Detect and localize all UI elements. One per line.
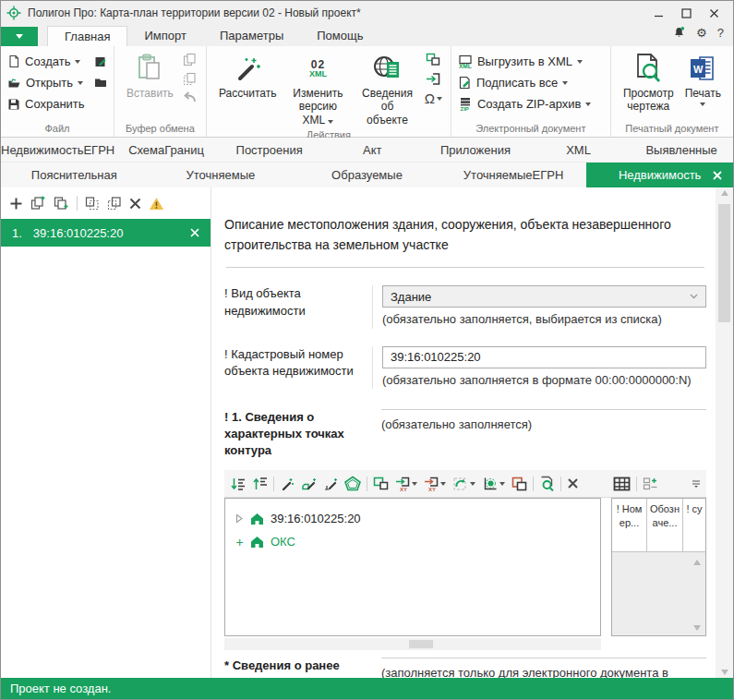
tab-utochnyaemye-egrn[interactable]: УточняемыеЕГРН bbox=[440, 163, 587, 187]
symbols-omega-button[interactable]: Ω bbox=[425, 91, 442, 105]
ribbon-group-printdoc: Просмотр чертежа W Печать bbox=[611, 46, 733, 137]
copy-contour-icon[interactable] bbox=[372, 474, 390, 494]
scroll-down-icon[interactable] bbox=[721, 670, 728, 675]
field-object-kind: ! Вид объекта недвижимости Здание (обяза… bbox=[224, 285, 706, 328]
wand-h1-icon[interactable] bbox=[322, 474, 339, 494]
paste-button[interactable]: Вставить bbox=[121, 51, 179, 101]
folder-icon[interactable] bbox=[94, 77, 107, 89]
open-button[interactable]: Открыть bbox=[7, 74, 107, 91]
object-list-item[interactable]: 1. 39:16:010225:20 bbox=[1, 219, 211, 247]
chevron-down-icon bbox=[328, 120, 333, 124]
tab-obrazuemye[interactable]: Образуемые bbox=[294, 163, 440, 187]
import-xy-icon[interactable]: XY bbox=[394, 474, 418, 494]
maximize-icon[interactable] bbox=[680, 6, 692, 19]
paste-special-icon[interactable] bbox=[183, 72, 197, 86]
help-icon[interactable]: ? bbox=[717, 26, 724, 40]
ribbon-tab-glavnaya[interactable]: Главная bbox=[47, 26, 127, 46]
horizontal-scrollbar[interactable] bbox=[224, 638, 601, 650]
chevron-down-icon bbox=[562, 81, 568, 85]
duplicate-object-icon[interactable] bbox=[54, 196, 69, 211]
tree-root-row[interactable]: 39:16:010225:20 bbox=[235, 507, 590, 530]
tab-postroeniya[interactable]: Построения bbox=[218, 138, 321, 162]
wand-area-icon[interactable] bbox=[300, 474, 318, 494]
tab-nedvizhimost[interactable]: Недвижимость bbox=[586, 163, 733, 187]
calculate-button[interactable]: Рассчитать bbox=[213, 51, 283, 101]
delete-object-icon[interactable] bbox=[129, 198, 141, 210]
find-contour-icon[interactable] bbox=[538, 474, 556, 494]
auto-contour-icon[interactable] bbox=[279, 474, 295, 494]
vertical-scrollbar[interactable] bbox=[716, 187, 733, 678]
import-object-icon[interactable] bbox=[426, 72, 440, 86]
rotate-contour-icon[interactable] bbox=[451, 474, 476, 494]
grid-column-number[interactable]: ! Номер... bbox=[612, 499, 647, 552]
object-kind-select[interactable]: Здание bbox=[382, 285, 706, 308]
tab-akt[interactable]: Акт bbox=[320, 138, 424, 162]
tab-nedvizhimost-egrn[interactable]: НедвижимостьЕГРН bbox=[1, 138, 114, 162]
copy-icon[interactable] bbox=[183, 53, 197, 66]
copy-object-icon[interactable] bbox=[30, 196, 46, 211]
toolbar-overflow-icon[interactable] bbox=[691, 474, 702, 494]
remove-item-icon[interactable] bbox=[190, 228, 199, 237]
tab-prilozheniya[interactable]: Приложения bbox=[424, 138, 527, 162]
expander-icon[interactable] bbox=[235, 513, 244, 524]
tree-add-row[interactable]: + ОКС bbox=[235, 530, 590, 553]
word-icon: W bbox=[689, 52, 716, 85]
create-button[interactable]: Создать bbox=[7, 53, 107, 70]
tab-shema-granic[interactable]: СхемаГраниц bbox=[114, 138, 218, 162]
chevron-down-icon bbox=[412, 482, 417, 486]
house-icon bbox=[250, 536, 264, 549]
tab-utochnyaemye[interactable]: Уточняемые bbox=[148, 163, 295, 187]
tab-vyyavlennye[interactable]: Выявленные bbox=[630, 138, 733, 162]
paste-special-object-icon[interactable] bbox=[107, 196, 122, 211]
new-from-template-icon[interactable] bbox=[94, 55, 107, 68]
scrollbar-thumb[interactable] bbox=[409, 640, 433, 648]
app-menu-button[interactable] bbox=[1, 27, 38, 46]
grid-column-designation[interactable]: Обозначе... bbox=[647, 499, 683, 552]
object-info-button[interactable]: Сведения об объекте bbox=[354, 51, 420, 127]
ribbon-group-clipboard: Вставить Буфер обмена bbox=[114, 46, 207, 137]
paste-object-icon[interactable] bbox=[85, 196, 100, 211]
close-tab-icon[interactable] bbox=[713, 171, 722, 180]
renumber-up-icon[interactable] bbox=[251, 474, 269, 494]
sign-all-button[interactable]: Подписать все bbox=[458, 74, 604, 91]
polygon-icon[interactable] bbox=[343, 474, 362, 494]
settings-gears-icon[interactable]: ⚙ bbox=[696, 26, 707, 40]
print-button[interactable]: W Печать bbox=[680, 51, 727, 107]
tab-xml[interactable]: XML bbox=[527, 138, 631, 162]
export-xml-button[interactable]: XML Выгрузить в XML bbox=[458, 53, 604, 70]
change-xml-version-button[interactable]: 02 XML Изменить версию XML bbox=[283, 51, 355, 127]
create-zip-button[interactable]: ZIP Создать ZIP-архив bbox=[458, 95, 604, 113]
divider bbox=[636, 477, 637, 491]
grid-scroll-up-icon[interactable] bbox=[693, 560, 701, 565]
save-button[interactable]: Сохранить bbox=[7, 95, 107, 113]
view-drawing-button[interactable]: Просмотр чертежа bbox=[618, 51, 680, 115]
grid-scroll-down-icon[interactable] bbox=[693, 625, 701, 631]
new-document-icon bbox=[7, 54, 20, 68]
add-row-icon[interactable] bbox=[642, 474, 659, 494]
close-icon[interactable] bbox=[707, 6, 720, 19]
swap-objects-icon[interactable] bbox=[426, 53, 440, 66]
delete-contour-icon[interactable] bbox=[566, 474, 580, 494]
cadastral-number-input[interactable] bbox=[382, 346, 706, 368]
table-view-icon[interactable] bbox=[612, 474, 632, 494]
ribbon-tab-parametry[interactable]: Параметры bbox=[203, 26, 300, 46]
chevron-down-icon bbox=[440, 482, 446, 486]
tab-poyasnitelnaya[interactable]: Пояснительная bbox=[1, 163, 148, 187]
chevron-down-icon bbox=[78, 81, 83, 85]
notifications-bell-icon[interactable] bbox=[672, 26, 686, 40]
overlap-check-icon[interactable] bbox=[511, 474, 528, 494]
ribbon-tab-pomosch[interactable]: Помощь bbox=[300, 26, 379, 46]
grid-column-existing[interactable]: ! су bbox=[683, 499, 705, 552]
field-hint: (обязательно заполняется в формате 00:00… bbox=[382, 372, 706, 389]
move-point-icon[interactable] bbox=[481, 474, 506, 494]
renumber-down-icon[interactable] bbox=[229, 474, 247, 494]
add-object-icon[interactable] bbox=[9, 197, 23, 211]
ribbon-tab-import[interactable]: Импорт bbox=[127, 26, 202, 46]
scrollbar-thumb[interactable] bbox=[718, 204, 730, 322]
export-xy-icon[interactable]: XY bbox=[423, 474, 447, 494]
group-label-clipboard: Буфер обмена bbox=[121, 121, 199, 137]
minimize-icon[interactable] bbox=[652, 6, 665, 19]
scroll-up-icon[interactable] bbox=[721, 190, 728, 196]
undo-icon[interactable] bbox=[183, 91, 198, 103]
warning-icon[interactable] bbox=[149, 197, 164, 211]
